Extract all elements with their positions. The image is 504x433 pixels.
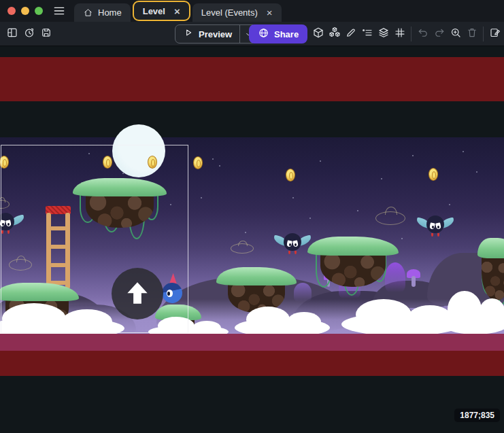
coin[interactable] <box>193 156 203 169</box>
hamburger-menu-button[interactable] <box>52 4 66 18</box>
redo-icon <box>433 27 446 41</box>
history-button[interactable] <box>21 25 37 43</box>
close-window-button[interactable] <box>7 7 16 15</box>
bat-claw <box>431 233 433 237</box>
delete-button[interactable] <box>464 25 480 43</box>
gdevelop-window: HomeLevel×Level (Events)× Preview Share … <box>0 0 504 433</box>
scene-properties-button[interactable] <box>487 25 503 43</box>
title-bar: HomeLevel×Level (Events)× <box>0 0 504 22</box>
star <box>449 204 450 205</box>
coin-slit <box>197 160 201 167</box>
tab-home[interactable]: Home <box>74 3 131 22</box>
redo-button[interactable] <box>431 25 447 43</box>
star <box>292 197 294 198</box>
undo-button[interactable] <box>415 25 431 43</box>
home-icon <box>83 7 93 18</box>
star <box>412 155 414 156</box>
history-icon <box>23 27 35 41</box>
maximize-window-button[interactable] <box>35 7 43 15</box>
preview-split-button: Preview <box>175 24 257 44</box>
bat-pupil <box>432 226 434 228</box>
edit-pencil-button[interactable] <box>343 25 358 43</box>
platform-dirt <box>482 254 504 300</box>
star <box>401 238 403 239</box>
coin-slit <box>432 171 436 179</box>
globe-icon <box>258 27 269 41</box>
bat-pupil <box>295 243 297 246</box>
share-label: Share <box>274 29 299 39</box>
edit-pencil-icon <box>345 27 357 41</box>
close-tab-icon[interactable]: × <box>174 6 180 16</box>
toggle-panels-button[interactable] <box>4 25 20 43</box>
star <box>476 171 477 173</box>
camera-bounds-outline <box>1 145 188 333</box>
tab-label: Level <box>143 6 165 16</box>
close-tab-icon[interactable]: × <box>267 7 273 18</box>
zoom-in-button[interactable] <box>448 25 463 43</box>
bat-pupil <box>437 226 439 228</box>
window-controls <box>0 7 43 15</box>
tab-level[interactable]: Level× <box>133 1 190 21</box>
coin[interactable] <box>286 169 295 181</box>
star <box>245 232 246 233</box>
bat-claw <box>288 251 290 254</box>
coin[interactable] <box>429 168 438 181</box>
scene-properties-icon <box>489 27 501 41</box>
platform-grass <box>216 267 297 285</box>
star <box>320 160 321 162</box>
instances-list-button[interactable] <box>359 25 375 43</box>
red-lava-band-top[interactable] <box>0 57 504 101</box>
ground-band[interactable] <box>0 334 504 351</box>
platform-grass <box>477 238 504 258</box>
bat-claw <box>437 233 439 237</box>
cursor-coordinates-badge: 1877;835 <box>454 409 500 422</box>
share-button[interactable]: Share <box>249 24 307 44</box>
toggle-panels-icon <box>6 27 18 41</box>
platform-grass <box>307 237 399 256</box>
layers-button[interactable] <box>375 25 391 43</box>
floating-platform[interactable] <box>307 237 399 287</box>
floating-platform[interactable] <box>216 267 297 313</box>
grid-button[interactable] <box>392 25 407 43</box>
save-button[interactable] <box>38 25 54 43</box>
instances-list-icon <box>361 27 373 41</box>
toolbar: Preview Share <box>0 22 504 46</box>
toolbar-divider <box>411 27 411 41</box>
coin-slit <box>289 172 293 179</box>
zoom-in-icon <box>450 27 462 41</box>
red-lava-band-bottom[interactable] <box>0 351 504 376</box>
toolbar-divider <box>483 27 484 41</box>
preview-button[interactable]: Preview <box>175 27 239 41</box>
objects-panel-icon <box>312 27 324 41</box>
platform-dirt <box>320 252 386 287</box>
star <box>381 178 382 179</box>
ufo-decoration <box>231 243 254 254</box>
star <box>463 151 464 152</box>
play-icon <box>183 27 194 41</box>
object-groups-button[interactable] <box>326 25 342 43</box>
layers-icon <box>377 27 390 41</box>
star <box>309 218 311 219</box>
tab-label: Home <box>98 7 122 18</box>
toolbar-right-group <box>310 25 503 43</box>
star <box>219 165 220 167</box>
objects-panel-button[interactable] <box>310 25 326 43</box>
bat-enemy[interactable] <box>416 214 454 237</box>
bat-enemy[interactable] <box>273 232 312 255</box>
bat-claw <box>295 251 297 254</box>
save-icon <box>40 27 52 41</box>
tab-level-events[interactable]: Level (Events)× <box>192 3 282 22</box>
preview-label: Preview <box>199 29 232 39</box>
mushroom-stem <box>411 276 416 287</box>
scene-editor-canvas[interactable]: 1877;835 <box>0 46 504 433</box>
star <box>212 158 214 160</box>
bat-pupil <box>289 243 291 246</box>
star <box>357 210 358 211</box>
delete-icon <box>466 27 478 41</box>
toolbar-left-group <box>4 25 54 43</box>
floating-platform[interactable] <box>477 238 504 300</box>
minimize-window-button[interactable] <box>21 7 29 15</box>
star <box>201 197 202 198</box>
grid-icon <box>394 27 406 41</box>
tab-bar: HomeLevel×Level (Events)× <box>74 0 282 22</box>
